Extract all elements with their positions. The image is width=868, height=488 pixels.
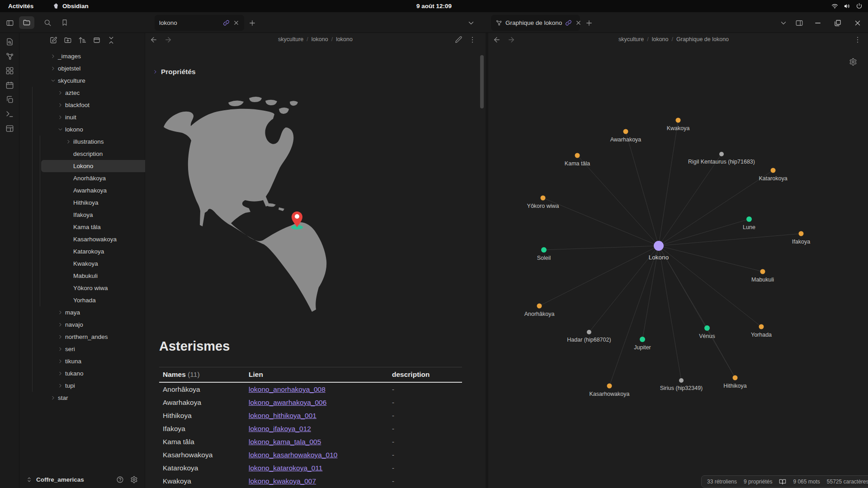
tree-folder-navajo[interactable]: navajo: [41, 319, 162, 331]
graph-node-mabukuli[interactable]: [760, 269, 765, 274]
tree-folder-inuit[interactable]: inuit: [41, 111, 162, 123]
breadcrumb[interactable]: skyculture/lokono/lokono: [145, 36, 486, 42]
tab-graphique-de-lokono[interactable]: Graphique de lokono: [491, 15, 580, 31]
reading-mode-book-icon[interactable]: [779, 478, 786, 485]
tree-folder-seri[interactable]: seri: [41, 343, 162, 355]
tree-file-y-koro-wiwa[interactable]: Yôkoro wiwa: [41, 282, 162, 294]
fold-icon[interactable]: [93, 36, 101, 44]
tree-folder-tupi[interactable]: tupi: [41, 380, 162, 392]
breadcrumb-item[interactable]: lokono: [652, 36, 669, 42]
graph-node-kama-t-la[interactable]: [575, 153, 580, 158]
close-icon[interactable]: [575, 19, 582, 26]
new-tab-plus-icon[interactable]: [248, 19, 257, 28]
tree-folder-skyculture[interactable]: skyculture: [41, 75, 162, 87]
breadcrumb-item[interactable]: skyculture: [618, 36, 644, 42]
graph-node-v-nus[interactable]: [704, 325, 710, 331]
graph-node-awarhakoya[interactable]: [623, 129, 628, 134]
linked-tab-link-icon[interactable]: [565, 19, 572, 26]
sidebar-tab-search[interactable]: [40, 16, 55, 29]
tree-folder-aztec[interactable]: aztec: [41, 87, 162, 99]
graph-node-katarokoya[interactable]: [771, 168, 776, 173]
system-tray[interactable]: [831, 0, 863, 12]
tree-folder--images[interactable]: _images: [41, 50, 162, 62]
canvas-icon[interactable]: [5, 66, 14, 75]
internal-link[interactable]: lokono_hithikoya_001: [249, 412, 316, 419]
internal-link[interactable]: lokono_kwakoya_007: [249, 477, 316, 485]
terminal-icon[interactable]: [5, 110, 14, 118]
properties-collapsible[interactable]: Propriétés: [152, 68, 196, 76]
sort-icon[interactable]: [78, 36, 86, 44]
tree-file-anorh-koya[interactable]: Anorhâkoya: [41, 172, 162, 184]
breadcrumb-item[interactable]: lokono: [336, 36, 353, 42]
properties-count[interactable]: 9 propriétés: [744, 479, 772, 485]
restore-window-icon[interactable]: [833, 19, 842, 28]
more-options-icon[interactable]: [468, 36, 477, 44]
tree-file-yorhada[interactable]: Yorhada: [41, 294, 162, 306]
graph-node-soleil[interactable]: [541, 247, 547, 253]
tree-file-ifakoya[interactable]: Ifakoya: [41, 209, 162, 221]
tree-folder-star[interactable]: star: [41, 392, 162, 404]
tree-folder-northern-andes[interactable]: northern_andes: [41, 331, 162, 343]
graph-node-hithikoya[interactable]: [733, 375, 738, 380]
close-window-icon[interactable]: [853, 19, 862, 28]
tree-file-hithikoya[interactable]: Hithikoya: [41, 197, 162, 209]
vault-switcher[interactable]: Coffre_americas: [19, 472, 145, 487]
new-folder-icon[interactable]: [64, 36, 72, 44]
tree-folder-blackfoot[interactable]: blackfoot: [41, 99, 162, 111]
graph-node-ifakoya[interactable]: [799, 231, 804, 236]
tree-file-kama-t-la[interactable]: Kama tâla: [41, 221, 162, 233]
graph-node-lokono[interactable]: [654, 241, 664, 251]
help-icon[interactable]: [116, 476, 124, 483]
tree-file-kwakoya[interactable]: Kwakoya: [41, 258, 162, 270]
tab-lokono[interactable]: lokono: [155, 15, 244, 31]
graph-node-kwakoya[interactable]: [676, 118, 681, 123]
scrollbar-thumb[interactable]: [480, 55, 484, 108]
edit-toggle-icon[interactable]: [454, 36, 463, 44]
graph-node-lune[interactable]: [746, 216, 752, 222]
graph-node-sirius-hip32349-[interactable]: [679, 378, 684, 383]
internal-link[interactable]: lokono_kasarhowakoya_010: [249, 451, 337, 459]
internal-link[interactable]: lokono_ifakoya_012: [249, 425, 311, 432]
breadcrumb-item[interactable]: Graphique de lokono: [676, 36, 729, 42]
minimize-icon[interactable]: [813, 19, 822, 28]
internal-link[interactable]: lokono_awarhakoya_006: [249, 399, 326, 406]
graph-node-kasarhowakoya[interactable]: [607, 384, 612, 389]
linked-tab-link-icon[interactable]: [223, 19, 230, 26]
close-icon[interactable]: [233, 19, 240, 26]
tree-file-awarhakoya[interactable]: Awarhakoya: [41, 184, 162, 197]
graph-node-y-koro-wiwa[interactable]: [541, 196, 546, 201]
tree-file-mabukuli[interactable]: Mabukuli: [41, 270, 162, 282]
new-tab-plus-icon[interactable]: [585, 19, 594, 28]
tree-folder-illustrations[interactable]: illustrations: [41, 136, 162, 148]
more-options-icon[interactable]: [854, 36, 862, 44]
graph-node-anorh-koya[interactable]: [537, 304, 542, 309]
settings-icon[interactable]: [130, 476, 138, 483]
collapse-all-icon[interactable]: [107, 36, 115, 44]
graph-node-jupiter[interactable]: [640, 337, 645, 342]
internal-link[interactable]: lokono_katarokoya_011: [249, 464, 322, 472]
breadcrumb[interactable]: skyculture/lokono/Graphique de lokono: [488, 36, 859, 42]
right-sidebar-toggle-icon[interactable]: [795, 19, 804, 28]
breadcrumb-item[interactable]: lokono: [311, 36, 328, 42]
tree-folder-lokono[interactable]: lokono: [41, 123, 162, 136]
templates-icon[interactable]: [5, 95, 14, 104]
left-sidebar-toggle-icon[interactable]: [5, 19, 14, 28]
quick-switcher-icon[interactable]: [5, 38, 14, 46]
graph-node-yorhada[interactable]: [759, 324, 764, 329]
graph-node-rigil-kentaurus-hip71683-[interactable]: [719, 152, 724, 156]
clock[interactable]: 9 août 12:09: [0, 0, 868, 12]
tree-file-kasarhowakoya[interactable]: Kasarhowakoya: [41, 233, 162, 245]
tree-file-description[interactable]: description: [41, 148, 162, 160]
tree-folder-tikuna[interactable]: tikuna: [41, 355, 162, 367]
internal-link[interactable]: lokono_kama_tala_005: [249, 438, 321, 446]
tab-list-chevron-icon[interactable]: [467, 19, 476, 28]
daily-note-icon[interactable]: [5, 81, 14, 89]
tree-file-lokono[interactable]: Lokono: [41, 160, 162, 172]
graph-view-icon[interactable]: [5, 52, 14, 61]
tree-folder-maya[interactable]: maya: [41, 306, 162, 319]
tree-file-katarokoya[interactable]: Katarokoya: [41, 245, 162, 258]
graph-view[interactable]: KwakoyaAwarhakoyaKama tâlaRigil Kentauru…: [488, 47, 868, 488]
internal-link[interactable]: lokono_anorhakoya_008: [249, 385, 326, 393]
tree-folder-tukano[interactable]: tukano: [41, 367, 162, 380]
breadcrumb-item[interactable]: skyculture: [278, 36, 303, 42]
